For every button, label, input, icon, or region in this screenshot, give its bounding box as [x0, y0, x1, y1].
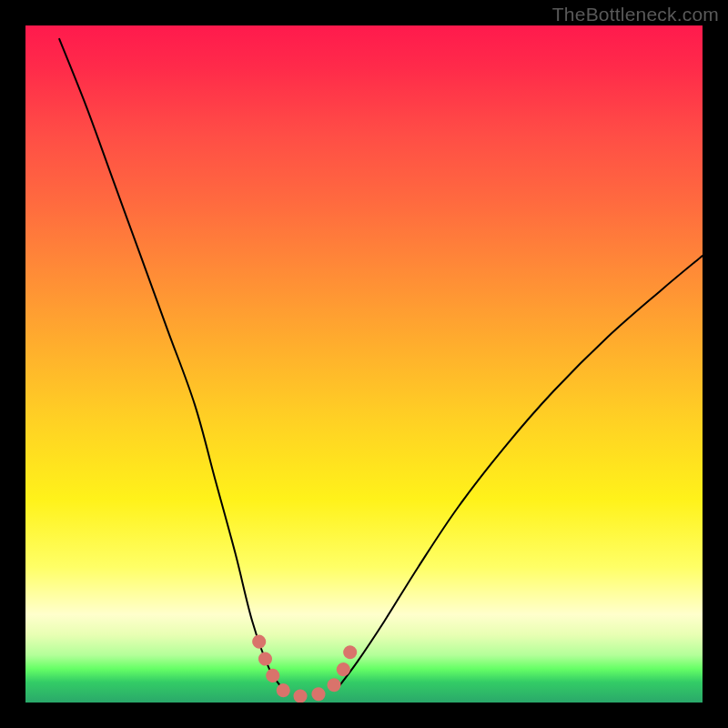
plot-area	[25, 25, 703, 703]
chart-frame: TheBottleneck.com	[0, 0, 728, 728]
valley-highlight-path	[259, 642, 354, 696]
right-curve-path	[337, 256, 703, 689]
curve-layer	[25, 25, 703, 703]
left-curve-path	[59, 39, 283, 689]
watermark-text: TheBottleneck.com	[552, 4, 719, 25]
